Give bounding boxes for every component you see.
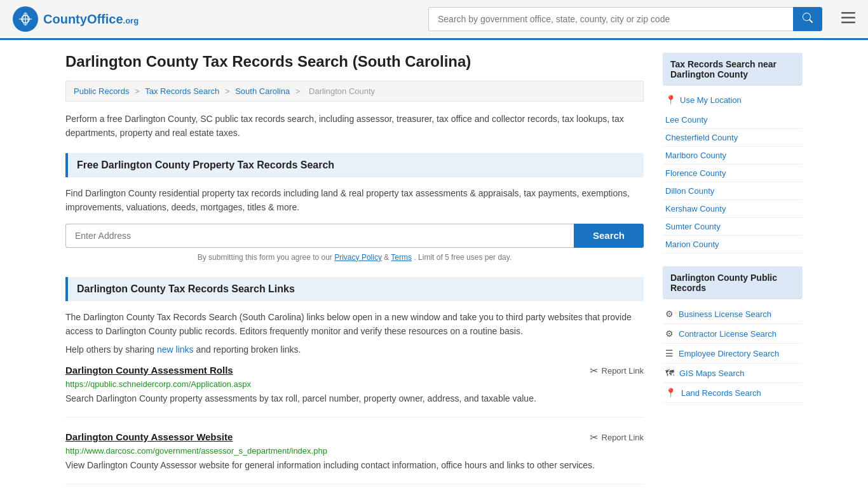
- header-search-button[interactable]: [793, 7, 822, 31]
- sidebar-county-link[interactable]: Florence County: [663, 165, 803, 182]
- public-records-header: Darlington County Public Records: [663, 266, 803, 299]
- address-input[interactable]: [65, 224, 574, 248]
- public-record-icon: 🗺: [665, 368, 674, 378]
- link-desc-2: View Darlington County Assessor website …: [65, 459, 644, 472]
- breadcrumb-current: Darlington County: [309, 86, 375, 96]
- property-search-section: Free Darlington County Property Tax Reco…: [65, 153, 644, 262]
- header-search-bar: [428, 7, 822, 31]
- page-title: Darlington County Tax Records Search (So…: [65, 53, 644, 71]
- public-records-list: ⚙Business License Search⚙Contractor Lice…: [663, 304, 803, 403]
- sidebar-county-link[interactable]: Marion County: [663, 236, 803, 254]
- new-links-link[interactable]: new links: [157, 344, 194, 355]
- logo[interactable]: CountyOffice.org: [13, 6, 139, 32]
- sidebar-county-link[interactable]: Lee County: [663, 111, 803, 129]
- svg-rect-6: [841, 17, 855, 19]
- report-icon: ✂: [590, 365, 598, 377]
- sidebar: Tax Records Search near Darlington Count…: [663, 53, 803, 488]
- public-record-icon: 📍: [665, 388, 676, 398]
- public-record-icon: ⚙: [665, 329, 674, 339]
- sidebar-public-record-link[interactable]: 📍Land Records Search: [663, 383, 803, 403]
- link-item: Darlington County Assessment Rolls ✂ Rep…: [65, 365, 644, 417]
- link-item: Darlington County Assessor Website ✂ Rep…: [65, 431, 644, 484]
- property-search-form: Search: [65, 224, 644, 248]
- nearby-counties-list: Lee CountyChesterfield CountyMarlboro Co…: [663, 111, 803, 254]
- link-item-header: Darlington County Assessment Rolls ✂ Rep…: [65, 365, 644, 377]
- public-records-section: Darlington County Public Records ⚙Busine…: [663, 266, 803, 403]
- sidebar-public-record-link[interactable]: 🗺GIS Maps Search: [663, 363, 803, 383]
- use-location-link[interactable]: 📍 Use My Location: [663, 91, 803, 109]
- svg-rect-7: [841, 22, 855, 24]
- sidebar-county-link[interactable]: Sumter County: [663, 218, 803, 236]
- link-url-1[interactable]: https://qpublic.schneidercorp.com/Applic…: [65, 379, 644, 389]
- public-record-label: Land Records Search: [681, 388, 761, 398]
- sidebar-public-record-link[interactable]: ☰Employee Directory Search: [663, 344, 803, 363]
- sidebar-public-record-link[interactable]: ⚙Business License Search: [663, 304, 803, 324]
- share-links-text: Help others by sharing new links and rep…: [65, 344, 644, 355]
- nearby-counties-section: Tax Records Search near Darlington Count…: [663, 53, 803, 254]
- nearby-section-header: Tax Records Search near Darlington Count…: [663, 53, 803, 86]
- report-icon: ✂: [590, 431, 598, 444]
- link-item-header: Darlington County Assessor Website ✂ Rep…: [65, 431, 644, 444]
- breadcrumb-south-carolina[interactable]: South Carolina: [235, 86, 290, 96]
- privacy-policy-link[interactable]: Privacy Policy: [334, 253, 382, 262]
- public-record-label: GIS Maps Search: [679, 369, 745, 378]
- use-location-label: Use My Location: [680, 95, 742, 105]
- breadcrumb: Public Records > Tax Records Search > So…: [65, 81, 644, 102]
- menu-icon[interactable]: [841, 11, 855, 27]
- svg-rect-5: [841, 12, 855, 14]
- main-content: Darlington County Tax Records Search (So…: [65, 53, 644, 488]
- links-section-header: Darlington County Tax Records Search Lin…: [65, 277, 644, 301]
- public-record-label: Employee Directory Search: [679, 349, 779, 358]
- property-search-header: Free Darlington County Property Tax Reco…: [65, 153, 644, 177]
- links-section: Darlington County Tax Records Search Lin…: [65, 277, 644, 485]
- public-record-icon: ⚙: [665, 309, 674, 319]
- sidebar-county-link[interactable]: Kershaw County: [663, 200, 803, 218]
- breadcrumb-tax-records-search[interactable]: Tax Records Search: [145, 86, 219, 96]
- links-desc: The Darlington County Tax Records Search…: [65, 310, 644, 339]
- sidebar-county-link[interactable]: Dillon County: [663, 182, 803, 200]
- report-link-btn-2[interactable]: ✂ Report Link: [590, 431, 644, 444]
- link-url-2[interactable]: http://www.darcosc.com/government/assess…: [65, 446, 644, 456]
- property-search-desc: Find Darlington County residential prope…: [65, 186, 644, 215]
- logo-text: CountyOffice.org: [43, 12, 139, 27]
- sidebar-county-link[interactable]: Marlboro County: [663, 147, 803, 165]
- header-search-input[interactable]: [428, 7, 793, 31]
- property-search-button[interactable]: Search: [574, 224, 644, 248]
- sidebar-public-record-link[interactable]: ⚙Contractor License Search: [663, 324, 803, 344]
- breadcrumb-public-records[interactable]: Public Records: [74, 86, 129, 96]
- report-link-btn-1[interactable]: ✂ Report Link: [590, 365, 644, 377]
- page-description: Perform a free Darlington County, SC pub…: [65, 112, 644, 140]
- public-record-label: Business License Search: [679, 309, 771, 319]
- sidebar-county-link[interactable]: Chesterfield County: [663, 129, 803, 147]
- link-desc-1: Search Darlington County property assess…: [65, 392, 644, 405]
- public-record-icon: ☰: [665, 348, 674, 358]
- site-header: CountyOffice.org: [0, 0, 868, 40]
- terms-link[interactable]: Terms: [391, 253, 412, 262]
- link-title-1[interactable]: Darlington County Assessment Rolls: [65, 365, 233, 376]
- page-container: Darlington County Tax Records Search (So…: [53, 40, 815, 488]
- logo-icon: [13, 6, 38, 32]
- link-title-2[interactable]: Darlington County Assessor Website: [65, 431, 233, 442]
- public-record-label: Contractor License Search: [679, 329, 776, 339]
- form-note: By submitting this form you agree to our…: [65, 253, 644, 262]
